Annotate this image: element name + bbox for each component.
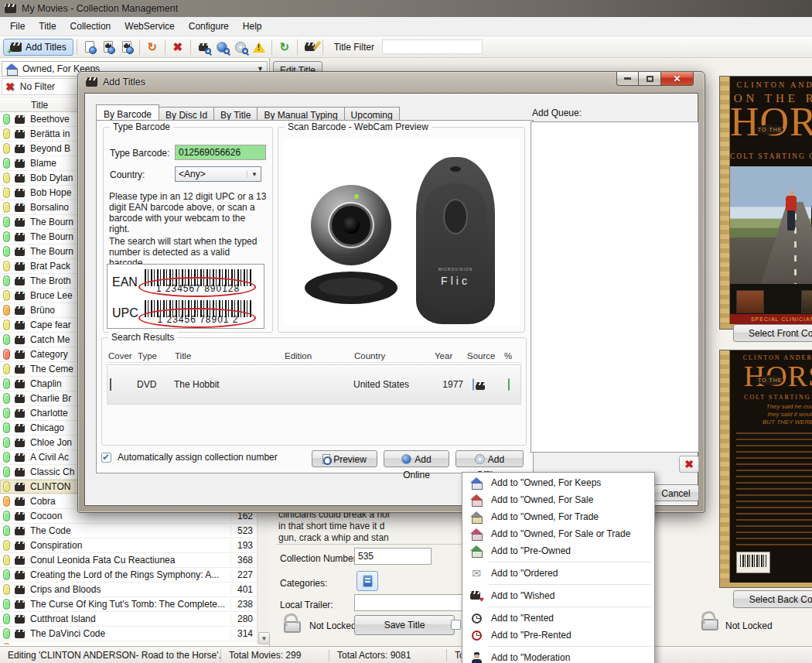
menu-item-add-to-pre-owned[interactable]: Add to "Pre-Owned [462, 542, 654, 559]
country-select[interactable]: <Any> ▼ [175, 166, 261, 182]
menu-item-collection[interactable]: Collection [63, 19, 118, 34]
movie-row[interactable]: Conul Leonida Fata Cu Reactiunea368 [0, 553, 257, 568]
status-pill-yellow [3, 173, 10, 183]
add-titles-button[interactable]: Add Titles [3, 39, 73, 56]
cover-barcode [736, 552, 770, 573]
menu-item-label: Add to "Moderation [491, 652, 570, 663]
menu-item-configure[interactable]: Configure [182, 19, 236, 34]
cancel-button[interactable]: Cancel [653, 484, 699, 501]
title-filter-input[interactable] [382, 39, 483, 54]
save-title-button[interactable]: Save Title [354, 615, 455, 635]
menu-item-add-to-owned-for-trade[interactable]: Add to "Owned, For Trade [462, 508, 654, 525]
add-offline-button[interactable]: Add Offline [455, 450, 524, 467]
movie-row[interactable]: The Curse Of King Tut's Tomb: The Comple… [0, 597, 257, 612]
status-pill-yellow [3, 364, 10, 374]
add-queue-list[interactable] [531, 121, 699, 453]
status-pill-green [3, 275, 10, 286]
collection-number-input[interactable] [354, 548, 432, 565]
movie-row[interactable]: Cutthroat Island280 [0, 612, 257, 627]
add-online-button[interactable]: Add Online [384, 450, 449, 467]
maximize-button[interactable] [639, 72, 661, 86]
house-pink-icon [469, 527, 484, 541]
menu-item-add-to-owned-for-sale[interactable]: Add to "Owned, For Sale [462, 491, 654, 508]
search-result-row[interactable]: DVD The Hobbit United States 1977 [107, 364, 521, 405]
column-header-country[interactable]: Country [353, 351, 433, 361]
result-type: DVD [137, 379, 174, 390]
menu-item-add-to-owned-for-sale-or-trade[interactable]: Add to "Owned, For Sale or Trade [462, 525, 654, 542]
status-pill-red [3, 349, 10, 360]
menu-item-file[interactable]: File [3, 19, 32, 34]
menu-item-add-to-wished[interactable]: ♥Add to "Wished [462, 587, 654, 604]
column-header-type[interactable]: Type [136, 351, 173, 361]
column-header-edition[interactable]: Edition [283, 351, 353, 361]
column-header-pct[interactable]: % [503, 351, 523, 361]
movie-icon [15, 556, 25, 565]
page-clapper-disc-icon[interactable] [119, 39, 135, 55]
clapper-heart-icon: ♥ [469, 589, 484, 603]
search-disc-icon[interactable] [233, 39, 248, 55]
movie-icon [15, 542, 25, 550]
column-header-cover[interactable]: Cover [107, 351, 136, 361]
column-header-year[interactable]: Year [433, 351, 466, 361]
cover-paragraphs [736, 432, 812, 549]
warning-icon[interactable] [251, 39, 267, 55]
movie-icon [15, 365, 25, 374]
search-web-icon[interactable] [214, 39, 230, 55]
movie-icon [15, 483, 25, 491]
menu-item-add-to-pre-rented[interactable]: Add to "Pre-Rented [462, 627, 654, 644]
movie-icon [15, 586, 25, 594]
movie-title: The Curse Of King Tut's Tomb: The Comple… [30, 599, 230, 610]
close-button[interactable]: ✕ [661, 72, 694, 86]
dialog-titlebar: Add Titles [86, 77, 145, 87]
categories-button[interactable] [357, 571, 378, 591]
menu-item-add-to-ordered[interactable]: ✉Add to "Ordered [462, 565, 654, 582]
movie-row[interactable]: Crips and Bloods401 [0, 583, 257, 597]
remove-from-queue-button[interactable]: ✖ [679, 456, 699, 473]
menu-item-title[interactable]: Title [32, 19, 63, 34]
menu-item-add-to-owned-for-keeps[interactable]: Add to "Owned, For Keeps [462, 474, 654, 491]
barcode-label: Type Barcode: [110, 148, 169, 159]
movie-row[interactable]: The DaVinci Code314 [0, 627, 257, 641]
movie-row[interactable]: Creating the Lord of the Rings Symphony:… [0, 568, 257, 583]
search-clapper-icon[interactable] [196, 39, 211, 55]
menu-item-help[interactable]: Help [236, 19, 269, 34]
chevron-down-icon: ▼ [247, 171, 258, 178]
page-globe-icon[interactable] [82, 39, 97, 55]
barcode-input[interactable] [175, 145, 266, 160]
auto-assign-checkbox[interactable] [101, 453, 111, 463]
column-header-source[interactable]: Source [466, 351, 503, 361]
search-results-header: CoverTypeTitleEditionCountryYearSource% [107, 349, 521, 363]
refresh-green-icon[interactable]: ↻ [277, 39, 292, 55]
select-back-cover-button[interactable]: Select Back Cover [733, 590, 812, 608]
delete-x-icon[interactable]: ✖ [170, 39, 186, 55]
movie-row[interactable] [0, 641, 257, 644]
app-window: My Movies - Collection Management FileTi… [0, 0, 812, 663]
menu-item-webservice[interactable]: WebService [118, 19, 181, 34]
menu-bar: FileTitleCollectionWebServiceConfigureHe… [0, 17, 812, 36]
edit-title-icon[interactable] [302, 39, 318, 55]
movie-row[interactable]: Conspiration193 [0, 538, 257, 553]
status-pill-green [3, 569, 10, 580]
hidden-checkbox[interactable] [451, 620, 461, 630]
add-online-icon [401, 454, 411, 464]
column-header-title[interactable]: Title [173, 351, 283, 361]
movie-icon [15, 409, 25, 418]
movie-row[interactable]: The Code523 [0, 524, 257, 538]
menu-item-add-to-moderation[interactable]: Add to "Moderation [462, 649, 654, 663]
status-pill-green [3, 231, 10, 242]
select-front-cover-button[interactable]: Select Front Cover [733, 324, 812, 342]
movie-icon [15, 248, 25, 256]
movie-icon [15, 644, 25, 645]
type-barcode-group: Type Barcode Type Barcode: Country: <Any… [103, 127, 273, 333]
status-pill-green [3, 378, 10, 389]
minimize-button[interactable] [616, 72, 639, 86]
sync-orange-icon[interactable]: ↻ [145, 39, 160, 55]
result-year: 1977 [434, 379, 466, 390]
status-pill-yellow [3, 261, 10, 272]
menu-item-add-to-rented[interactable]: Add to "Rented [462, 610, 654, 627]
page-clapper-web-icon[interactable] [101, 39, 116, 55]
result-status-pill [508, 378, 510, 391]
movie-icon [15, 203, 25, 212]
preview-button[interactable]: Preview [312, 450, 377, 467]
scroll-down-button[interactable]: ▼ [258, 632, 270, 644]
